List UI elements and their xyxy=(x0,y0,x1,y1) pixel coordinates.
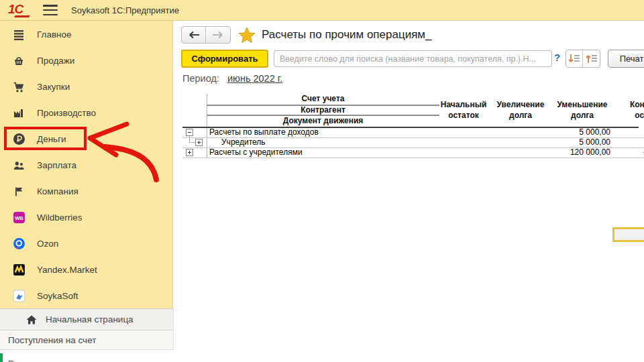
column-header-debt-increase: Увеличениедолга xyxy=(490,99,551,122)
people-icon xyxy=(12,159,25,172)
table-row-label[interactable]: Расчеты с учредителями xyxy=(209,147,303,158)
home-page-label: Начальная страница xyxy=(46,314,133,324)
period-value-link[interactable]: июнь 2022 г. xyxy=(227,73,282,84)
sidebar-item-glavnoe[interactable]: Главное xyxy=(0,21,173,48)
sidebar-item-label: Производство xyxy=(37,108,96,118)
sidebar-item-zarplata[interactable]: Зарплата xyxy=(0,152,173,178)
history-nav-buttons xyxy=(181,26,231,44)
column-header-debt-decrease: Уменьшениедолга xyxy=(550,99,614,122)
table-cell-decrease[interactable]: 5 000,00 xyxy=(550,127,610,137)
hamburger-menu-icon[interactable] xyxy=(43,5,58,15)
sidebar-item-zakupki[interactable]: Закупки xyxy=(0,74,173,100)
app-title: Soykasoft 1С:Предприятие xyxy=(71,5,179,15)
period-row: Период: июнь 2022 г. xyxy=(182,73,282,84)
expand-toggle-collapse[interactable] xyxy=(186,129,193,136)
row-separator xyxy=(182,158,644,158)
factory-icon xyxy=(12,107,25,120)
basket-icon xyxy=(12,54,25,68)
sidebar-item-proizvodstvo[interactable]: Производство xyxy=(0,100,173,126)
sidebar-item-label: Yandex.Market xyxy=(37,265,97,275)
print-button[interactable]: Печать xyxy=(608,50,644,68)
column-header-ending-balance: Конечныйостаток xyxy=(613,99,644,122)
taskbar-item-label: Поступления на счет xyxy=(8,335,96,345)
taskbar-item-postupleniya[interactable]: Поступления на счет xyxy=(0,330,174,349)
sort-ascending-icon[interactable] xyxy=(583,50,600,67)
svg-text:WB: WB xyxy=(15,215,23,221)
taskbar-item-active[interactable]: Расчеты по прочим операциям xyxy=(0,349,174,362)
flag-icon xyxy=(12,185,25,198)
group-header-schet: Счет учета xyxy=(207,94,439,105)
expand-toggle-expand[interactable] xyxy=(195,139,203,146)
wildberries-logo-icon: WB xyxy=(12,211,25,225)
yandex-market-logo-icon xyxy=(12,263,25,277)
search-input[interactable] xyxy=(274,50,552,67)
expand-toggle-expand[interactable] xyxy=(186,149,193,156)
1c-logo-text: 1С xyxy=(8,2,23,16)
sidebar-item-label: Главное xyxy=(37,29,72,40)
ozon-logo-icon xyxy=(12,237,25,251)
tree-connector xyxy=(189,142,195,143)
sidebar-item-label: Деньги xyxy=(37,134,66,144)
sidebar-item-prodazhi[interactable]: Продажи xyxy=(0,48,173,74)
report-table: Счет учета Контрагент Документ движения … xyxy=(182,94,644,181)
sidebar-item-wildberries[interactable]: WB Wildberries xyxy=(0,204,173,231)
sidebar-item-label: Wildberries xyxy=(37,213,83,223)
sidebar-item-soykasoft[interactable]: SoykaSoft xyxy=(0,283,173,309)
sidebar-item-label: Компания xyxy=(37,186,78,196)
1c-logo: 1С xyxy=(8,2,31,18)
sidebar: Главное Продажи Закупки Производство Ден… xyxy=(0,21,173,308)
sidebar-item-label: Ozon xyxy=(37,239,58,249)
1c-logo-underline xyxy=(14,15,30,17)
sidebar-item-dengi[interactable]: Деньги xyxy=(0,126,173,152)
menu-list-icon xyxy=(12,28,25,42)
sort-buttons xyxy=(566,50,600,68)
table-row-label[interactable]: Учредитель xyxy=(221,137,266,147)
table-cell-decrease[interactable]: 5 000,00 xyxy=(550,137,610,147)
report-title: Расчеты по прочим операциям_ xyxy=(262,28,432,42)
back-button[interactable] xyxy=(182,27,206,43)
sidebar-item-label: Зарплата xyxy=(37,160,76,170)
active-window-indicator xyxy=(0,353,3,362)
forward-button[interactable] xyxy=(206,27,230,43)
table-cell-decrease[interactable]: 120 000,00 xyxy=(550,147,610,158)
sort-descending-icon[interactable] xyxy=(566,50,583,67)
taskbar-item-label: Расчеты по прочим операциям xyxy=(8,359,138,362)
report-window: Расчеты по прочим операциям_ Сформироват… xyxy=(174,21,644,362)
home-icon xyxy=(25,314,38,326)
sidebar-item-ozon[interactable]: Ozon xyxy=(0,231,173,257)
favorite-star-icon[interactable] xyxy=(238,27,256,44)
help-icon[interactable]: ? xyxy=(554,52,560,63)
sidebar-item-yandex-market[interactable]: Yandex.Market xyxy=(0,257,173,283)
cart-icon xyxy=(12,80,25,94)
clipped-popup-fragment xyxy=(612,227,644,242)
top-bar: 1С Soykasoft 1С:Предприятие xyxy=(0,0,644,21)
sidebar-item-label: SoykaSoft xyxy=(37,291,78,301)
column-header-beginning-balance: Начальныйостаток xyxy=(433,99,494,122)
period-label: Период: xyxy=(182,73,219,84)
ruble-icon xyxy=(12,133,25,146)
soykasoft-logo-icon xyxy=(12,290,25,303)
group-header-dokument: Документ движения xyxy=(207,116,439,127)
table-row-label[interactable]: Расчеты по выплате доходов xyxy=(209,127,319,137)
generate-button[interactable]: Сформировать xyxy=(181,50,268,68)
sidebar-item-kompaniya[interactable]: Компания xyxy=(0,178,173,204)
sidebar-item-label: Закупки xyxy=(37,82,70,92)
sidebar-item-label: Продажи xyxy=(37,56,74,66)
home-page-button[interactable]: Начальная страница xyxy=(0,308,174,330)
